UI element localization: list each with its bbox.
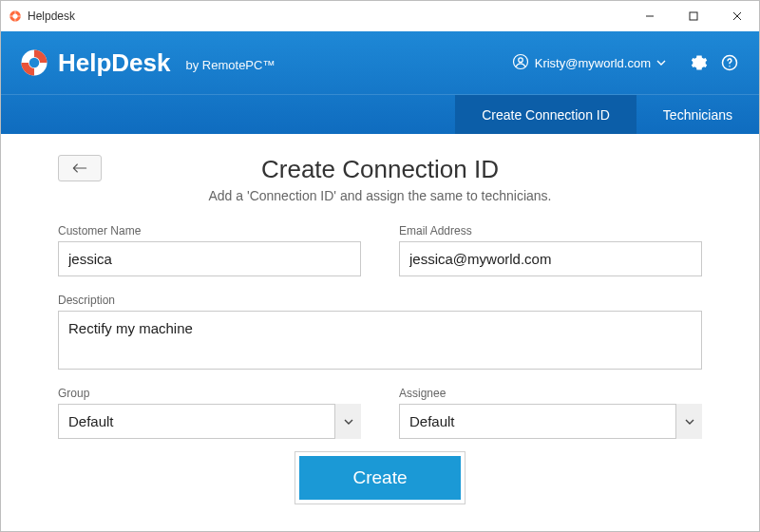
svg-point-9 [29, 58, 40, 68]
app-header: HelpDesk by RemotePC™ Kristy@myworld.com [1, 31, 759, 134]
lifebuoy-icon [20, 48, 48, 77]
svg-point-13 [729, 66, 731, 67]
page-title: Create Connection ID [58, 155, 702, 184]
settings-button[interactable] [689, 52, 710, 73]
window-maximize-button[interactable] [672, 1, 715, 31]
svg-rect-5 [690, 12, 697, 20]
user-menu[interactable]: Kristy@myworld.com [512, 53, 666, 73]
tab-technicians[interactable]: Technicians [636, 95, 759, 134]
assignee-select[interactable] [399, 404, 702, 439]
group-select[interactable] [58, 404, 361, 439]
email-input[interactable] [399, 241, 702, 276]
group-field: Group [58, 387, 361, 439]
assignee-field: Assignee [399, 387, 702, 439]
group-label: Group [58, 387, 361, 400]
description-input[interactable] [58, 311, 702, 370]
app-window: Helpdesk HelpDesk [0, 0, 760, 532]
assignee-label: Assignee [399, 387, 702, 400]
app-icon [9, 10, 22, 23]
brand-name: HelpDesk [58, 48, 171, 78]
customer-name-field: Customer Name [58, 224, 361, 276]
user-display: Kristy@myworld.com [535, 56, 651, 70]
titlebar: Helpdesk [1, 1, 759, 31]
tab-create-connection-id[interactable]: Create Connection ID [455, 95, 636, 134]
description-label: Description [58, 294, 702, 307]
svg-point-11 [518, 57, 522, 62]
brand-byline: by RemotePC™ [186, 58, 276, 78]
email-label: Email Address [399, 224, 702, 238]
svg-rect-3 [9, 15, 22, 17]
customer-name-input[interactable] [58, 241, 361, 276]
brand: HelpDesk by RemotePC™ [20, 48, 275, 78]
create-connection-form: Customer Name Email Address Description … [58, 224, 702, 500]
window-minimize-button[interactable] [628, 1, 672, 31]
chevron-down-icon [656, 56, 666, 70]
back-button[interactable] [58, 155, 102, 181]
header-tabs: Create Connection ID Technicians [1, 94, 759, 134]
content-area: Create Connection ID Add a 'Connection I… [1, 134, 759, 531]
create-button[interactable]: Create [299, 456, 460, 500]
email-field: Email Address [399, 224, 702, 276]
help-button[interactable] [719, 52, 740, 73]
window-close-button[interactable] [715, 1, 759, 31]
customer-name-label: Customer Name [58, 224, 361, 238]
description-field: Description [58, 294, 702, 370]
avatar-icon [512, 53, 529, 73]
window-title: Helpdesk [28, 10, 75, 23]
page-subtitle: Add a 'Connection ID' and assign the sam… [58, 188, 702, 203]
header-top: HelpDesk by RemotePC™ Kristy@myworld.com [1, 31, 759, 94]
